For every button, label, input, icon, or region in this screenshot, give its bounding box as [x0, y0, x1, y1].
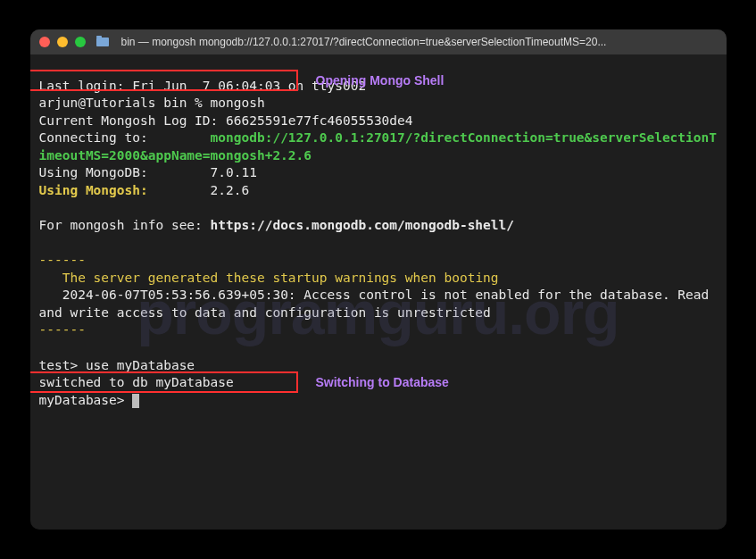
dashes-bottom: ------: [39, 322, 86, 337]
dashes-top: ------: [39, 253, 86, 267]
using-mongosh-label: Using Mongosh:: [39, 183, 148, 197]
minimize-icon[interactable]: [57, 37, 68, 47]
using-mongodb-label: Using MongoDB:: [39, 165, 148, 179]
shell-prompt-line: arjun@Tutorials bin % mongosh: [39, 96, 265, 110]
new-prompt: myDatabase>: [39, 393, 133, 407]
warning-header: The server generated these startup warni…: [39, 271, 499, 285]
maximize-icon[interactable]: [75, 37, 86, 47]
info-url: https://docs.mongodb.com/mongodb-shell/: [211, 218, 514, 232]
terminal-window: bin — mongosh mongodb://127.0.0.1:27017/…: [30, 29, 727, 530]
window-title: bin — mongosh mongodb://127.0.0.1:27017/…: [121, 36, 718, 48]
close-icon[interactable]: [39, 37, 50, 47]
switched-line: switched to db myDatabase: [39, 375, 234, 389]
annotation-switch-db: Switching to Database: [316, 374, 449, 391]
terminal-body[interactable]: Last login: Fri Jun 7 06:04:03 on ttys00…: [30, 54, 727, 530]
info-label: For mongosh info see:: [39, 218, 211, 232]
mongodb-version: 7.0.11: [211, 165, 257, 179]
folder-icon: [96, 38, 109, 46]
titlebar: bin — mongosh mongodb://127.0.0.1:27017/…: [30, 29, 727, 54]
warning-body: 2024-06-07T05:53:56.639+05:30: Access co…: [39, 288, 718, 320]
cursor-icon: [132, 394, 139, 408]
log-id-line: Current Mongosh Log ID: 66625591e77fc460…: [39, 113, 413, 128]
connecting-label: Connecting to:: [39, 130, 148, 145]
annotation-open-shell: Opening Mongo Shell: [316, 72, 444, 89]
mongosh-version: 2.2.6: [211, 183, 250, 197]
test-prompt-line: test> use myDatabase: [39, 358, 195, 372]
